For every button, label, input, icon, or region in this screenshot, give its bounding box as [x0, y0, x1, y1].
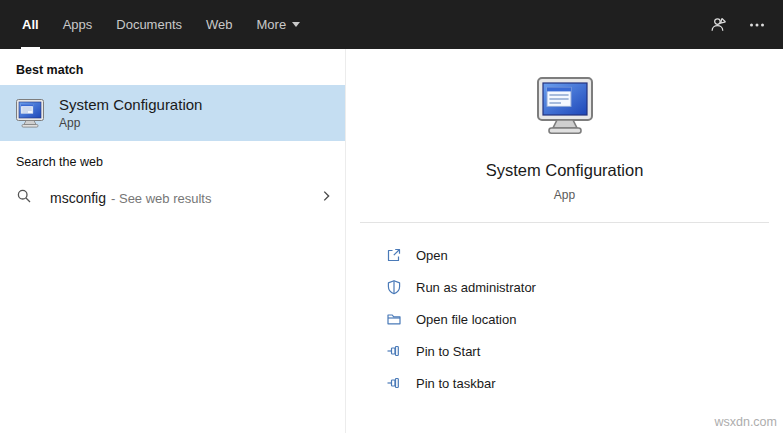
preview-panel: System Configuration App Open: [345, 49, 783, 433]
ellipsis-icon[interactable]: [749, 17, 765, 33]
tab-apps-label: Apps: [63, 17, 93, 32]
action-label: Pin to taskbar: [416, 376, 496, 391]
results-panel: Best match System Configuration App Sear…: [0, 49, 345, 433]
topbar-actions: [710, 0, 783, 49]
admin-shield-icon: [386, 279, 402, 295]
preview-title: System Configuration: [486, 161, 644, 180]
best-match-result[interactable]: System Configuration App: [0, 85, 345, 141]
action-list: Open Run as administrator: [346, 239, 783, 399]
tab-web-label: Web: [206, 17, 233, 32]
tab-web[interactable]: Web: [194, 0, 245, 49]
preview-subtitle: App: [554, 188, 575, 202]
tab-apps[interactable]: Apps: [51, 0, 105, 49]
tab-documents-label: Documents: [116, 17, 182, 32]
search-icon: [16, 188, 32, 208]
result-title: System Configuration: [59, 96, 202, 113]
open-external-icon: [386, 247, 402, 263]
action-pin-to-taskbar[interactable]: Pin to taskbar: [386, 367, 783, 399]
action-label: Open file location: [416, 312, 516, 327]
chevron-down-icon: [292, 22, 300, 27]
web-search-result[interactable]: msconfig - See web results: [0, 181, 345, 215]
web-query: msconfig: [50, 190, 106, 206]
user-feedback-icon[interactable]: [710, 16, 727, 33]
tab-documents[interactable]: Documents: [104, 0, 194, 49]
best-match-text: System Configuration App: [59, 96, 202, 130]
divider: [360, 222, 769, 223]
folder-icon: [386, 311, 402, 327]
search-web-header: Search the web: [16, 155, 345, 169]
pin-icon: [386, 343, 402, 359]
action-pin-to-start[interactable]: Pin to Start: [386, 335, 783, 367]
action-open-file-location[interactable]: Open file location: [386, 303, 783, 335]
tab-all[interactable]: All: [10, 0, 51, 49]
tab-all-label: All: [22, 17, 39, 32]
action-label: Open: [416, 248, 448, 263]
best-match-header: Best match: [16, 63, 345, 77]
action-run-as-administrator[interactable]: Run as administrator: [386, 271, 783, 303]
action-open[interactable]: Open: [386, 239, 783, 271]
web-suffix: - See web results: [111, 191, 211, 206]
system-configuration-icon-large: [533, 75, 597, 135]
action-label: Run as administrator: [416, 280, 536, 295]
tab-more[interactable]: More: [245, 0, 313, 49]
search-flyout: All Apps Documents Web More: [0, 0, 783, 433]
action-label: Pin to Start: [416, 344, 480, 359]
tab-more-label: More: [257, 17, 287, 32]
pin-icon: [386, 375, 402, 391]
topbar: All Apps Documents Web More: [0, 0, 783, 49]
system-configuration-icon: [14, 98, 46, 128]
watermark: wsxdn.com: [714, 415, 777, 429]
result-subtitle: App: [59, 116, 202, 130]
chevron-right-icon[interactable]: [319, 189, 333, 207]
